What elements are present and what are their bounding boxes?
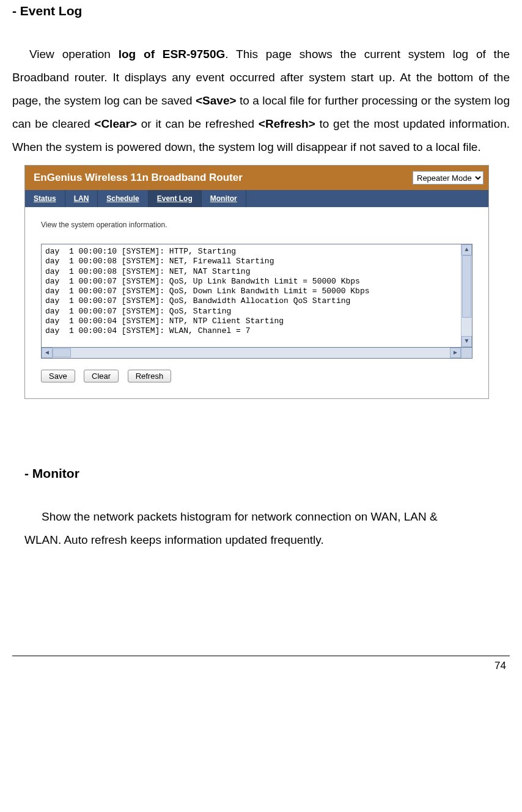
bold-refresh: <Refresh> [259, 117, 315, 130]
button-row: Save Clear Refresh [41, 370, 472, 382]
bold-clear: <Clear> [94, 117, 137, 130]
refresh-button[interactable]: Refresh [128, 370, 172, 382]
scroll-thumb[interactable] [462, 255, 471, 318]
text-fragment: View operation [29, 48, 119, 60]
save-button[interactable]: Save [41, 370, 75, 382]
scroll-right-icon[interactable]: ► [450, 348, 461, 358]
vertical-scrollbar[interactable]: ▲ ▼ [461, 244, 472, 347]
router-title: EnGenius Wireless 11n Broadband Router [34, 172, 413, 184]
event-log-description: View operation log of ESR-9750G. This pa… [12, 43, 510, 159]
horizontal-scrollbar[interactable]: ◄ ► [41, 348, 472, 359]
tab-monitor[interactable]: Monitor [202, 190, 246, 207]
info-text: View the system operation information. [41, 221, 472, 229]
scroll-corner [461, 348, 472, 358]
page-footer: 74 [12, 656, 510, 672]
scroll-left-icon[interactable]: ◄ [42, 348, 53, 358]
router-ui-screenshot: EnGenius Wireless 11n Broadband Router R… [24, 165, 489, 399]
log-text[interactable]: day 1 00:00:10 [SYSTEM]: HTTP, Starting … [42, 244, 461, 347]
scroll-up-icon[interactable]: ▲ [461, 244, 472, 255]
router-title-bar: EnGenius Wireless 11n Broadband Router R… [25, 166, 488, 190]
monitor-description-line1: Show the network packets histogram for n… [24, 505, 473, 529]
page-number: 74 [494, 660, 506, 671]
scroll-track-h[interactable] [53, 348, 450, 358]
tab-event-log[interactable]: Event Log [149, 190, 202, 207]
bold-save: <Save> [196, 94, 237, 107]
nav-tabs: Status LAN Schedule Event Log Monitor [25, 190, 488, 207]
router-content: View the system operation information. d… [25, 207, 488, 398]
monitor-description-line2: WLAN. Auto refresh keeps information upd… [24, 529, 473, 552]
heading-event-log: - Event Log [12, 4, 510, 18]
tab-schedule[interactable]: Schedule [98, 190, 148, 207]
tab-lan[interactable]: LAN [65, 190, 98, 207]
clear-button[interactable]: Clear [84, 370, 119, 382]
tab-status[interactable]: Status [25, 190, 65, 207]
scroll-down-icon[interactable]: ▼ [461, 336, 472, 347]
scroll-thumb-h[interactable] [53, 348, 71, 357]
heading-monitor: - Monitor [24, 466, 510, 481]
text-fragment: or it can be refreshed [137, 117, 259, 130]
scroll-track[interactable] [461, 255, 472, 336]
log-textarea[interactable]: day 1 00:00:10 [SYSTEM]: HTTP, Starting … [41, 244, 472, 348]
mode-select[interactable]: Repeater Mode [413, 171, 483, 185]
bold-product: log of ESR-9750G [119, 48, 226, 60]
